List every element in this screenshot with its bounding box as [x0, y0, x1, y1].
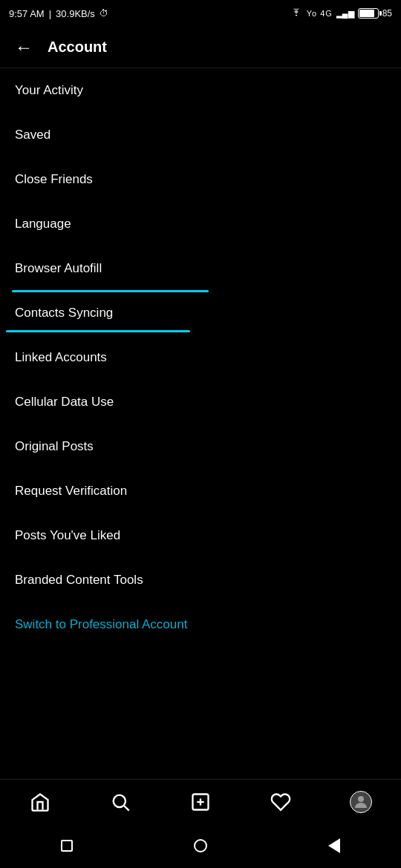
- page-title: Account: [48, 39, 107, 56]
- menu-item-browser-autofill[interactable]: Browser Autofill: [0, 246, 401, 291]
- menu-item-your-activity[interactable]: Your Activity: [0, 68, 401, 113]
- recents-icon: [61, 840, 73, 852]
- menu-item-request-verification[interactable]: Request Verification: [0, 469, 401, 513]
- account-menu-list: Your Activity Saved Close Friends Langua…: [0, 68, 401, 647]
- page-header: ← Account: [0, 27, 401, 68]
- heart-icon: [270, 792, 291, 812]
- status-bar: 9:57 AM | 30.9KB/s ⏱ Yo 4G ▂▄▆ 85: [0, 0, 401, 27]
- android-nav-bar: [0, 823, 401, 868]
- menu-item-posts-youve-liked[interactable]: Posts You've Liked: [0, 513, 401, 558]
- home-icon: [30, 792, 50, 812]
- signal-icons: Yo 4G: [307, 9, 333, 18]
- search-icon: [110, 792, 131, 812]
- time: 9:57 AM: [9, 8, 45, 19]
- status-right: Yo 4G ▂▄▆ 85: [290, 8, 392, 19]
- android-home-button[interactable]: [192, 838, 209, 854]
- nav-profile[interactable]: [343, 784, 379, 820]
- back-button[interactable]: ←: [12, 37, 36, 58]
- back-button-icon: [328, 838, 340, 853]
- nav-search[interactable]: [102, 784, 138, 820]
- svg-point-0: [114, 795, 125, 806]
- status-left: 9:57 AM | 30.9KB/s ⏱: [9, 8, 108, 19]
- nav-home[interactable]: [22, 784, 58, 820]
- battery-icon: [358, 8, 379, 19]
- android-back-button[interactable]: [326, 838, 342, 854]
- plus-square-icon: [190, 792, 211, 812]
- menu-item-saved[interactable]: Saved: [0, 113, 401, 157]
- sync-icon: ⏱: [100, 8, 108, 19]
- menu-item-original-posts[interactable]: Original Posts: [0, 424, 401, 469]
- menu-item-linked-accounts[interactable]: Linked Accounts: [0, 335, 401, 380]
- svg-point-5: [358, 796, 364, 802]
- profile-avatar: [350, 791, 372, 813]
- network-speed-value: 30.9KB/s: [56, 8, 95, 19]
- battery-percent: 85: [382, 8, 392, 19]
- android-recents-button[interactable]: [59, 838, 75, 854]
- menu-item-branded-content-tools[interactable]: Branded Content Tools: [0, 558, 401, 602]
- svg-line-1: [124, 806, 128, 810]
- bottom-nav-bar: [0, 779, 401, 823]
- menu-item-close-friends[interactable]: Close Friends: [0, 157, 401, 202]
- nav-activity[interactable]: [263, 784, 299, 820]
- wifi-icon: [290, 8, 303, 19]
- nav-create[interactable]: [183, 784, 218, 820]
- network-speed: |: [49, 8, 51, 19]
- menu-item-cellular-data-use[interactable]: Cellular Data Use: [0, 380, 401, 424]
- cyan-annotation-bottom: [6, 330, 190, 332]
- menu-item-language[interactable]: Language: [0, 202, 401, 246]
- menu-item-switch-to-professional[interactable]: Switch to Professional Account: [0, 602, 401, 647]
- home-button-icon: [194, 839, 207, 852]
- signal-bars: ▂▄▆: [336, 9, 354, 19]
- battery-fill: [359, 10, 374, 17]
- menu-item-contacts-syncing[interactable]: Contacts Syncing: [0, 291, 401, 335]
- avatar-silhouette: [352, 793, 370, 811]
